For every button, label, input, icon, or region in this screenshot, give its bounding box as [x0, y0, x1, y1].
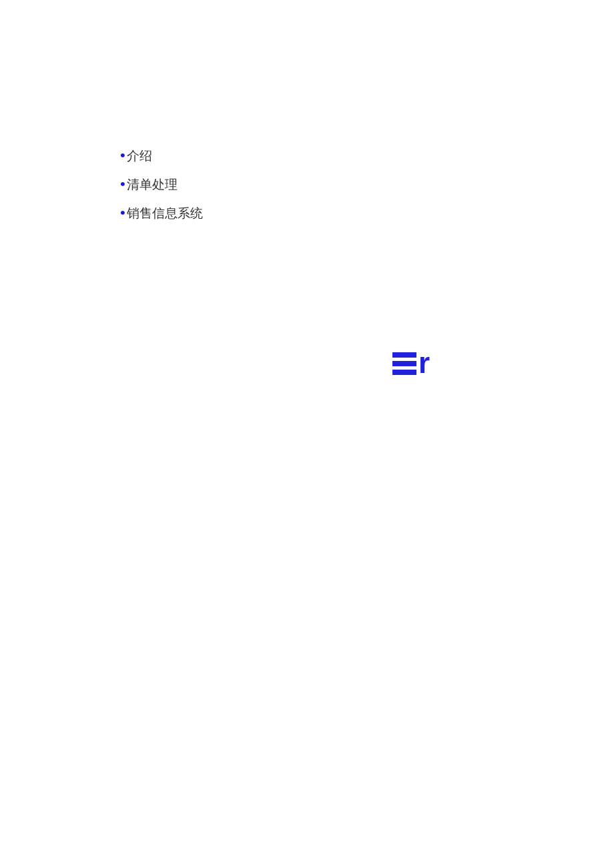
logo-text: r [418, 351, 428, 374]
list-item-label: 销售信息系统 [127, 205, 203, 223]
list-item-label: 清单处理 [127, 176, 178, 194]
bullet-icon: • [120, 203, 125, 224]
bullet-icon: • [120, 145, 125, 166]
logo: r [392, 352, 428, 375]
logo-bars-icon [392, 352, 416, 375]
content-list: • 介绍 • 清单处理 • 销售信息系统 [120, 145, 203, 231]
list-item: • 销售信息系统 [120, 203, 203, 224]
list-item: • 介绍 [120, 145, 203, 166]
list-item: • 清单处理 [120, 174, 203, 195]
bullet-icon: • [120, 174, 125, 195]
list-item-label: 介绍 [127, 147, 152, 165]
